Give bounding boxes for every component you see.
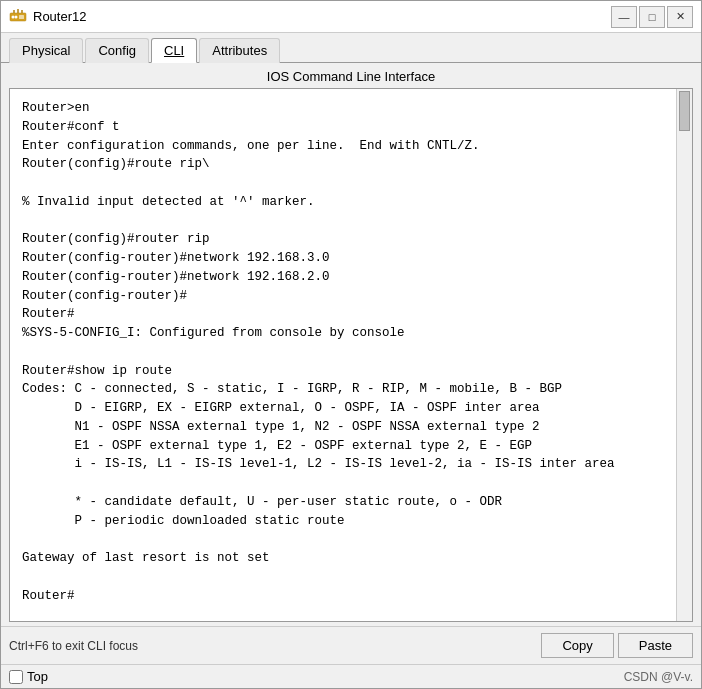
tab-config[interactable]: Config	[85, 38, 149, 63]
router-icon	[9, 8, 27, 26]
bottom-bar: Ctrl+F6 to exit CLI focus Copy Paste	[1, 626, 701, 664]
main-window: Router12 — □ ✕ Physical Config CLI Attri…	[0, 0, 702, 689]
cli-output[interactable]: Router>en Router#conf t Enter configurat…	[10, 89, 676, 621]
tab-cli[interactable]: CLI	[151, 38, 197, 63]
svg-point-2	[15, 15, 18, 18]
window-title: Router12	[33, 9, 611, 24]
svg-point-1	[12, 15, 15, 18]
watermark: CSDN @V-v.	[48, 670, 693, 684]
shortcut-hint: Ctrl+F6 to exit CLI focus	[9, 639, 537, 653]
tab-physical[interactable]: Physical	[9, 38, 83, 63]
title-bar: Router12 — □ ✕	[1, 1, 701, 33]
maximize-button[interactable]: □	[639, 6, 665, 28]
cli-container: Router>en Router#conf t Enter configurat…	[9, 88, 693, 622]
paste-button[interactable]: Paste	[618, 633, 693, 658]
copy-button[interactable]: Copy	[541, 633, 613, 658]
section-title: IOS Command Line Interface	[1, 63, 701, 88]
minimize-button[interactable]: —	[611, 6, 637, 28]
top-checkbox-label[interactable]: Top	[9, 669, 48, 684]
close-button[interactable]: ✕	[667, 6, 693, 28]
top-label: Top	[27, 669, 48, 684]
svg-rect-3	[19, 15, 24, 19]
window-controls: — □ ✕	[611, 6, 693, 28]
tab-bar: Physical Config CLI Attributes	[1, 33, 701, 63]
scrollbar-thumb[interactable]	[679, 91, 690, 131]
scrollbar-track[interactable]	[676, 89, 692, 621]
tab-attributes[interactable]: Attributes	[199, 38, 280, 63]
footer-bar: Top CSDN @V-v.	[1, 664, 701, 688]
top-checkbox[interactable]	[9, 670, 23, 684]
